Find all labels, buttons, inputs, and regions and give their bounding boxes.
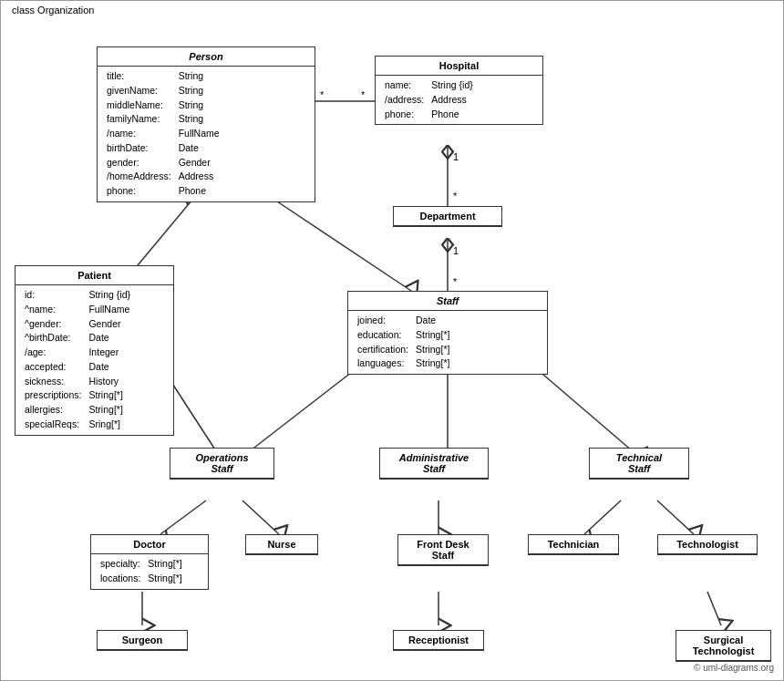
class-technician: Technician [528, 534, 619, 555]
copyright: © uml-diagrams.org [694, 663, 774, 673]
class-hospital: Hospital name:String {id} /address:Addre… [375, 56, 543, 125]
svg-text:*: * [453, 276, 458, 287]
class-staff-header: Staff [348, 292, 547, 311]
class-surgeon: Surgeon [97, 630, 188, 651]
class-nurse-header: Nurse [246, 535, 317, 554]
class-technician-header: Technician [529, 535, 618, 554]
class-doctor-header: Doctor [91, 535, 208, 554]
diagram-container: class Organization * * 1 * [0, 0, 784, 681]
class-technical-staff: TechnicalStaff [589, 448, 689, 480]
svg-line-24 [707, 592, 721, 625]
class-person: Person title:String givenName:String mid… [97, 46, 315, 202]
svg-text:1: 1 [453, 245, 459, 256]
class-doctor-body: specialty:String[*] locations:String[*] [91, 554, 208, 589]
svg-line-17 [160, 500, 206, 534]
class-technical-staff-header: TechnicalStaff [590, 449, 688, 479]
class-hospital-header: Hospital [376, 57, 542, 76]
class-patient-body: id:String {id} ^name:FullName ^gender:Ge… [15, 285, 173, 435]
class-receptionist-header: Receptionist [394, 631, 483, 650]
class-hospital-body: name:String {id} /address:Address phone:… [376, 76, 542, 124]
class-nurse: Nurse [245, 534, 318, 555]
class-surgeon-header: Surgeon [98, 631, 187, 650]
class-doctor: Doctor specialty:String[*] locations:Str… [90, 534, 209, 590]
class-department-header: Department [394, 207, 501, 226]
svg-line-10 [274, 200, 411, 291]
svg-line-21 [657, 500, 694, 534]
svg-line-9 [138, 200, 192, 265]
svg-line-18 [242, 500, 279, 534]
class-staff: Staff joined:Date education:String[*] ce… [347, 291, 548, 375]
class-patient-header: Patient [15, 266, 173, 285]
class-front-desk-staff: Front DeskStaff [397, 534, 489, 566]
class-technologist: Technologist [657, 534, 758, 555]
class-operations-staff: OperationsStaff [170, 448, 274, 480]
svg-text:1: 1 [453, 151, 459, 162]
class-person-body: title:String givenName:String middleName… [98, 67, 315, 201]
class-person-header: Person [98, 47, 315, 67]
class-staff-body: joined:Date education:String[*] certific… [348, 311, 547, 374]
class-receptionist: Receptionist [393, 630, 484, 651]
diagram-title: class Organization [8, 5, 98, 15]
class-operations-staff-header: OperationsStaff [170, 449, 273, 479]
class-patient: Patient id:String {id} ^name:FullName ^g… [15, 265, 174, 436]
class-surgical-technologist-header: SurgicalTechnologist [676, 631, 770, 661]
class-surgical-technologist: SurgicalTechnologist [676, 630, 771, 662]
svg-line-11 [170, 379, 220, 457]
class-department: Department [393, 206, 502, 227]
class-technologist-header: Technologist [658, 535, 757, 554]
class-administrative-staff: AdministrativeStaff [379, 448, 489, 480]
svg-text:*: * [361, 89, 366, 100]
class-administrative-staff-header: AdministrativeStaff [380, 449, 488, 479]
svg-text:*: * [453, 191, 458, 201]
svg-text:*: * [320, 89, 325, 100]
svg-line-20 [584, 500, 621, 534]
class-front-desk-staff-header: Front DeskStaff [398, 535, 488, 565]
